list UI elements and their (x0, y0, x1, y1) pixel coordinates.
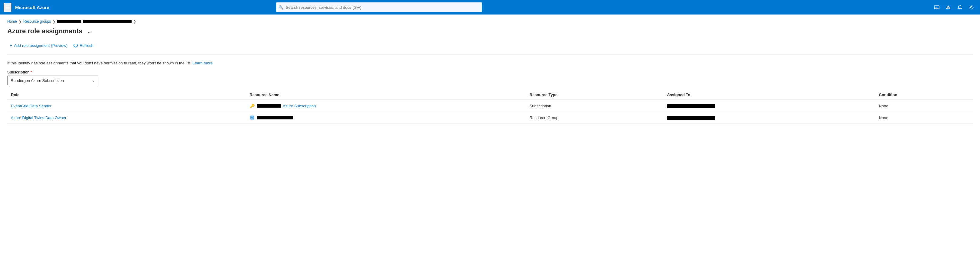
condition-cell-1: None (875, 100, 973, 112)
col-header-assigned-to: Assigned To (663, 90, 875, 100)
notifications-icon[interactable] (955, 3, 965, 12)
refresh-button[interactable]: Refresh (71, 41, 96, 49)
svg-point-2 (948, 6, 949, 8)
breadcrumb-sep-2: ❯ (52, 20, 55, 24)
breadcrumb-sep-1: ❯ (19, 20, 21, 24)
col-header-resource-type: Resource Type (526, 90, 663, 100)
page-title: Azure role assignments (7, 27, 82, 35)
subscription-label: Subscription * (7, 70, 973, 75)
col-header-resource-name: Resource Name (246, 90, 526, 100)
resource-type-cell-1: Subscription (526, 100, 663, 112)
assigned-to-cell-2 (663, 112, 875, 124)
resource-name-cell-1: 🔑 Azure Subscription (246, 100, 526, 112)
settings-icon[interactable] (966, 3, 976, 12)
app-logo: Microsoft Azure (15, 5, 49, 10)
nav-icons-group (932, 3, 976, 12)
breadcrumb-home[interactable]: Home (7, 19, 17, 24)
subscription-value: Rendergon Azure Subscription (11, 78, 64, 83)
resource-link-1[interactable]: Azure Subscription (283, 104, 316, 108)
svg-rect-0 (934, 6, 939, 9)
assigned-to-redacted-2 (667, 116, 715, 120)
role-assignments-table: Role Resource Name Resource Type Assigne… (7, 90, 973, 124)
redacted-resource-2 (257, 116, 293, 119)
subscription-field-group: Subscription * Rendergon Azure Subscript… (7, 70, 973, 85)
refresh-label: Refresh (80, 43, 94, 48)
assigned-to-cell-1 (663, 100, 875, 112)
cube-icon (250, 115, 255, 120)
role-cell-1: EventGrid Data Sender (7, 100, 246, 112)
add-icon: + (10, 43, 12, 48)
table-row: Azure Digital Twins Data Owner (7, 112, 973, 124)
search-bar-container: 🔍 (276, 2, 482, 12)
assigned-to-redacted-1 (667, 104, 715, 108)
table-header-row: Role Resource Name Resource Type Assigne… (7, 90, 973, 100)
refresh-icon (73, 43, 78, 48)
directory-icon[interactable] (943, 3, 953, 12)
main-content: Home ❯ Resource groups ❯ ❯ Azure role as… (0, 14, 980, 276)
top-navigation: ☰ Microsoft Azure 🔍 (0, 0, 980, 14)
subscription-dropdown[interactable]: Rendergon Azure Subscription ⌄ (7, 76, 98, 85)
page-title-row: Azure role assignments ... (7, 27, 973, 35)
condition-cell-2: None (875, 112, 973, 124)
breadcrumb: Home ❯ Resource groups ❯ ❯ (7, 19, 973, 24)
more-options-button[interactable]: ... (86, 27, 94, 35)
svg-rect-6 (251, 117, 253, 119)
required-indicator: * (30, 70, 32, 75)
key-icon: 🔑 (250, 103, 255, 108)
role-link-1[interactable]: EventGrid Data Sender (11, 104, 51, 108)
svg-point-3 (970, 6, 972, 8)
cloud-shell-icon[interactable] (932, 3, 942, 12)
resource-name-cell-2 (246, 112, 526, 124)
redacted-resource-prefix-1 (257, 104, 281, 108)
role-cell-2: Azure Digital Twins Data Owner (7, 112, 246, 124)
hamburger-menu-button[interactable]: ☰ (4, 3, 11, 12)
role-link-2[interactable]: Azure Digital Twins Data Owner (11, 116, 66, 120)
add-role-assignment-button[interactable]: + Add role assignment (Preview) (7, 41, 70, 49)
resource-cell-1: 🔑 Azure Subscription (250, 103, 522, 108)
breadcrumb-redacted-2 (83, 20, 132, 23)
chevron-down-icon: ⌄ (92, 79, 95, 82)
learn-more-link[interactable]: Learn more (192, 61, 213, 65)
col-header-role: Role (7, 90, 246, 100)
breadcrumb-resource-groups[interactable]: Resource groups (23, 19, 51, 24)
add-role-label: Add role assignment (Preview) (14, 43, 67, 48)
toolbar: + Add role assignment (Preview) Refresh (7, 41, 973, 55)
breadcrumb-sep-3: ❯ (134, 20, 136, 24)
table-row: EventGrid Data Sender 🔑 Azure Subscripti… (7, 100, 973, 112)
breadcrumb-redacted-1 (57, 20, 81, 23)
search-input[interactable] (276, 2, 482, 12)
resource-type-cell-2: Resource Group (526, 112, 663, 124)
search-icon: 🔍 (278, 5, 283, 10)
info-message: If this identity has role assignments th… (7, 61, 973, 65)
resource-cell-2 (250, 115, 522, 120)
col-header-condition: Condition (875, 90, 973, 100)
